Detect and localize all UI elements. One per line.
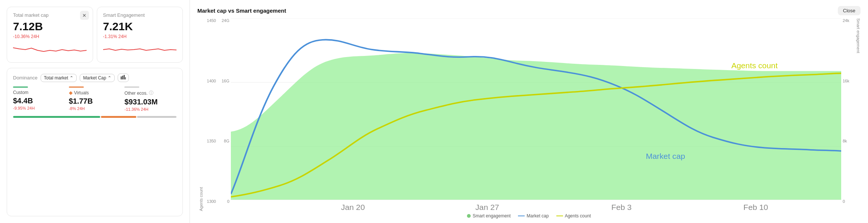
svg-text:Feb 3: Feb 3 — [611, 203, 632, 211]
dom-change-virtuals: -8% 24H — [69, 106, 121, 111]
dom-item-virtuals: ◆ Virtuals $1.77B -8% 24H — [69, 87, 121, 111]
progress-bar-virtuals — [101, 116, 136, 118]
agents-count-y-label: Agents count — [197, 18, 203, 211]
svg-text:Jan 20: Jan 20 — [341, 203, 365, 211]
legend-label-smart-engagement: Smart engagement — [473, 213, 511, 219]
total-market-cap-close-button[interactable]: ✕ — [80, 11, 89, 20]
right-panel: Market cap vs Smart engagement Close Age… — [190, 0, 868, 223]
svg-rect-1 — [122, 76, 123, 79]
legend-market-cap: Market cap — [518, 213, 549, 219]
chart-legend: Smart engagement Market cap Agents count — [197, 213, 861, 219]
legend-smart-engagement: Smart engagement — [467, 213, 511, 219]
smart-engagement-card: Smart Engagement 7.21K -1.31% 24H — [97, 7, 183, 63]
other-info-icon: ⓘ — [149, 90, 153, 96]
y-mid-tick-2: 8G — [224, 139, 229, 143]
svg-text:Feb 10: Feb 10 — [743, 203, 768, 211]
dom-item-custom: Custom $4.4B -9.95% 24H — [13, 87, 65, 111]
legend-line-agents-count — [556, 216, 563, 216]
smart-engagement-y-label: Smart engagement — [855, 18, 861, 211]
dom-value-custom: $4.4B — [13, 97, 65, 105]
smart-engagement-value: 7.21K — [103, 20, 177, 32]
total-market-cap-card: Total market cap ✕ 7.12B -10.36% 24H — [7, 7, 93, 63]
y-left-tick-1: 1400 — [207, 79, 216, 83]
smart-engagement-change: -1.31% 24H — [103, 34, 177, 39]
total-market-cap-value: 7.12B — [13, 20, 87, 32]
svg-text:Agents count: Agents count — [731, 62, 778, 70]
main-chart: Agents count Market cap Jan 20 Jan 27 Fe… — [231, 18, 841, 211]
svg-rect-3 — [125, 77, 126, 79]
svg-text:Jan 27: Jan 27 — [475, 203, 499, 211]
chart-icon-button[interactable] — [118, 73, 129, 82]
dom-change-other: -11.36% 24H — [124, 107, 177, 111]
dom-value-virtuals: $1.77B — [69, 97, 121, 106]
axes-wrapper: Agents count 1450 1400 1350 1300 24G 16G… — [197, 18, 861, 211]
dominance-items: Custom $4.4B -9.95% 24H ◆ Virtuals $1.77… — [13, 87, 177, 111]
progress-bar-other — [137, 116, 177, 118]
smart-engagement-title: Smart Engagement — [103, 12, 177, 18]
y-right-tick-3: 0 — [843, 199, 845, 204]
y-right-tick-2: 8k — [843, 139, 847, 143]
total-market-filter[interactable]: Total market ⌃ — [41, 74, 77, 82]
y-right-tick-1: 16k — [843, 79, 849, 83]
legend-label-agents-count: Agents count — [565, 213, 591, 219]
y-mid-tick-1: 16G — [222, 79, 229, 83]
svg-rect-0 — [121, 76, 122, 79]
dom-label-custom: Custom — [13, 90, 65, 95]
chart-title: Market cap vs Smart engagement — [197, 7, 286, 14]
svg-text:Market cap: Market cap — [646, 152, 685, 160]
legend-agents-count: Agents count — [556, 213, 591, 219]
legend-dot-smart-engagement — [467, 214, 471, 218]
top-cards: Total market cap ✕ 7.12B -10.36% 24H Sma… — [7, 7, 183, 63]
market-cap-filter[interactable]: Market Cap ⌃ — [80, 74, 115, 82]
y-left-tick-3: 1300 — [207, 199, 216, 204]
chart-header: Market cap vs Smart engagement Close — [197, 6, 861, 15]
progress-bar-custom — [13, 116, 100, 118]
progress-bars — [13, 116, 177, 118]
dom-label-other: Other ecos. ⓘ — [124, 90, 177, 96]
total-market-cap-mini-chart — [13, 42, 87, 57]
total-market-cap-change: -10.36% 24H — [13, 34, 87, 39]
y-right-tick-0: 24k — [843, 18, 849, 23]
dominance-section: Dominance Total market ⌃ Market Cap ⌃ — [7, 68, 183, 216]
legend-line-market-cap — [518, 216, 525, 216]
dominance-header: Dominance Total market ⌃ Market Cap ⌃ — [13, 73, 177, 82]
dom-change-custom: -9.95% 24H — [13, 106, 65, 110]
y-left-tick-2: 1350 — [207, 139, 216, 143]
y-mid-tick-3: 0 — [227, 199, 229, 204]
chart-close-button[interactable]: Close — [838, 6, 861, 15]
dom-item-other: Other ecos. ⓘ $931.03M -11.36% 24H — [124, 87, 177, 111]
legend-label-market-cap: Market cap — [527, 213, 549, 219]
right-axes: Smart engagement — [855, 18, 861, 211]
dom-value-other: $931.03M — [124, 98, 177, 106]
dominance-title: Dominance — [13, 75, 38, 81]
smart-engagement-mini-chart — [103, 42, 177, 57]
total-market-cap-title: Total market cap — [13, 12, 87, 18]
left-axes: Agents count 1450 1400 1350 1300 — [197, 18, 217, 211]
svg-rect-2 — [124, 75, 125, 79]
y-mid-tick-0: 24G — [222, 18, 229, 23]
left-panel: Total market cap ✕ 7.12B -10.36% 24H Sma… — [0, 0, 190, 223]
y-left-tick-0: 1450 — [207, 18, 216, 23]
dom-label-virtuals: ◆ Virtuals — [69, 90, 121, 95]
